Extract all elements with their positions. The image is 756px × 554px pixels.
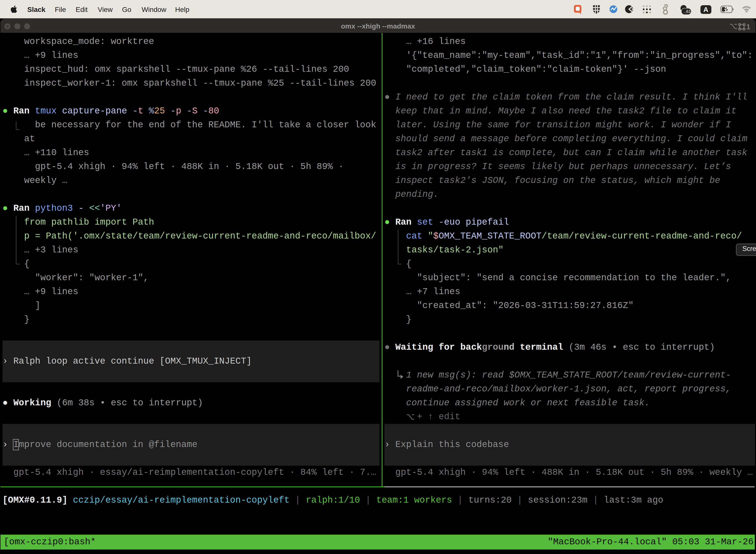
svg-text:A: A (703, 6, 708, 13)
svg-text:..61: ..61 (684, 9, 691, 14)
